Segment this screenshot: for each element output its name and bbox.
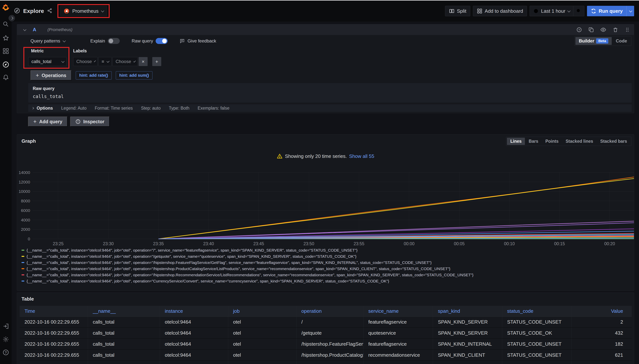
table-header-spankind[interactable]: span_kind	[433, 306, 502, 316]
label-operator-select[interactable]: =	[98, 57, 112, 66]
legend-item[interactable]: {__name__="calls_total", instance="otelc…	[22, 272, 632, 278]
graph-style-tab-points[interactable]: Points	[542, 138, 562, 145]
refresh-icon	[591, 8, 596, 14]
table-panel-title: Table	[22, 296, 34, 302]
table-cell: calls_total	[88, 317, 160, 327]
table-cell: STATUS_CODE_OK	[502, 328, 572, 338]
explain-toggle[interactable]: Explain	[90, 38, 120, 44]
datasource-picker[interactable]: Prometheus	[60, 6, 107, 16]
left-sidebar: ?	[0, 0, 12, 364]
add-label-filter-button[interactable]: +	[152, 57, 161, 66]
prometheus-icon	[64, 8, 70, 14]
query-help-icon[interactable]: ?	[576, 27, 582, 32]
show-all-series-link[interactable]: Show all 55	[349, 154, 374, 159]
grafana-logo[interactable]	[0, 3, 12, 12]
starred-icon[interactable]	[0, 34, 12, 42]
query-options-row[interactable]: Options Legend: AutoFormat: Time seriesS…	[28, 104, 632, 112]
time-series-chart[interactable]: 0200040006000800010000120001400023:2523:…	[17, 166, 634, 248]
add-to-dashboard-button[interactable]: Add to dashboard	[473, 6, 527, 16]
share-icon[interactable]	[47, 8, 52, 14]
table-row[interactable]: 2022-10-16 00:22:29.655calls_totalotelco…	[20, 328, 632, 339]
label-value-select[interactable]: Choose	[112, 57, 138, 66]
query-patterns-dropdown[interactable]: Query patterns	[30, 38, 78, 44]
svg-text:2000: 2000	[21, 227, 30, 232]
settings-gear-icon[interactable]	[0, 335, 12, 344]
metric-select[interactable]: calls_total	[28, 57, 66, 66]
legend-item[interactable]: {__name__="calls_total", instance="otelc…	[22, 266, 632, 272]
expand-sidebar-button[interactable]	[8, 15, 15, 21]
graph-style-tab-stacked-bars[interactable]: Stacked bars	[597, 138, 630, 145]
option-summary-item: Format: Time series	[95, 106, 133, 111]
code-mode-tab[interactable]: Code	[612, 37, 630, 45]
legend-item[interactable]: {__name__="calls_total", instance="otelc…	[22, 253, 632, 260]
zoom-out-time-button[interactable]	[573, 6, 584, 16]
builder-mode-tab[interactable]: Builder Beta	[576, 37, 612, 45]
svg-text:00:15: 00:15	[554, 241, 565, 246]
option-summary-item: Exemplars: false	[198, 106, 230, 111]
alerting-icon[interactable]	[0, 73, 12, 82]
svg-text:23:35: 23:35	[153, 241, 164, 246]
table-header-name[interactable]: __name__	[88, 306, 160, 316]
chevron-down-icon	[629, 9, 632, 12]
table-cell: otelcol:9464	[160, 328, 228, 338]
delete-query-trash-icon[interactable]	[612, 27, 618, 32]
label-key-select[interactable]: Choose	[73, 57, 98, 66]
table-header-row: Time__name__instancejoboperationservice_…	[20, 306, 632, 317]
time-range-button[interactable]: Last 1 hour	[530, 8, 573, 14]
legend-item[interactable]: {__name__="calls_total", instance="otelc…	[22, 278, 632, 284]
raw-query-toggle[interactable]: Raw query	[132, 38, 168, 44]
help-icon[interactable]: ?	[0, 348, 12, 357]
table-cell: STATUS_CODE_UNSET	[502, 317, 572, 327]
add-query-button[interactable]: + Add query	[28, 116, 68, 127]
graph-style-tab-stacked-lines[interactable]: Stacked lines	[562, 138, 596, 145]
raw-query-text: calls_total	[33, 94, 627, 99]
svg-text:00:10: 00:10	[504, 241, 515, 246]
inspector-button[interactable]: Inspector	[70, 116, 110, 127]
query-row-header[interactable]: A (Prometheus) ?	[17, 24, 634, 35]
graph-panel-title: Graph	[22, 138, 36, 144]
add-operation-button[interactable]: + Operations	[30, 70, 72, 80]
table-cell: otel	[228, 317, 296, 327]
run-query-dropdown[interactable]	[626, 6, 634, 16]
legend-color-swatch	[22, 274, 24, 275]
drag-handle-icon[interactable]	[624, 27, 630, 32]
table-header-time[interactable]: Time	[20, 306, 88, 316]
table-row[interactable]: 2022-10-16 00:22:29.655calls_totalotelco…	[20, 339, 632, 350]
raw-query-switch[interactable]	[156, 38, 168, 44]
datasource-name: Prometheus	[72, 8, 98, 14]
split-button[interactable]: Split	[445, 6, 470, 16]
dashboards-icon[interactable]	[0, 47, 12, 55]
table-header-instance[interactable]: instance	[160, 306, 228, 316]
svg-text:23:50: 23:50	[304, 241, 314, 246]
explain-switch[interactable]	[108, 38, 120, 44]
table-header-value[interactable]: Value	[572, 306, 632, 316]
disable-query-eye-icon[interactable]	[600, 27, 606, 33]
legend-item[interactable]: {__name__="calls_total", instance="otelc…	[22, 260, 632, 266]
search-icon[interactable]	[0, 20, 12, 28]
hint-add-rate-button[interactable]: hint: add rate()	[76, 71, 112, 80]
table-row[interactable]: 2022-10-16 00:22:29.655calls_totalotelco…	[20, 361, 632, 364]
explore-icon[interactable]	[0, 60, 12, 69]
table-row[interactable]: 2022-10-16 00:22:29.655calls_totalotelco…	[20, 317, 632, 328]
legend-item[interactable]: {__name__="calls_total", instance="otelc…	[22, 247, 632, 253]
table-cell: SPAN_KIND_SERVER	[433, 328, 502, 338]
table-header-statuscode[interactable]: status_code	[502, 306, 572, 316]
sign-in-icon[interactable]	[0, 322, 12, 330]
run-query-label: Run query	[598, 8, 623, 14]
table-cell: SPAN_KIND_INTERNAL	[433, 339, 502, 350]
legend-series-label: {__name__="calls_total", instance="otelc…	[26, 279, 389, 284]
table-row[interactable]: 2022-10-16 00:22:29.655calls_totalotelco…	[20, 350, 632, 361]
duplicate-query-icon[interactable]	[588, 27, 594, 32]
run-query-button[interactable]: Run query	[587, 6, 634, 16]
raw-query-preview: Raw query calls_total	[28, 83, 632, 102]
remove-label-filter-button[interactable]: ×	[138, 57, 148, 66]
collapse-query-icon[interactable]	[23, 28, 26, 31]
table-header-operation[interactable]: operation	[296, 306, 364, 316]
hint-add-sum-button[interactable]: hint: add sum()	[116, 71, 153, 80]
chevron-right-icon	[32, 107, 34, 110]
graph-style-tab-lines[interactable]: Lines	[507, 138, 525, 145]
graph-style-tab-bars[interactable]: Bars	[525, 138, 542, 145]
table-header-job[interactable]: job	[228, 306, 296, 316]
table-header-servicename[interactable]: service_name	[364, 306, 433, 316]
give-feedback-link[interactable]: Give feedback	[180, 38, 216, 44]
